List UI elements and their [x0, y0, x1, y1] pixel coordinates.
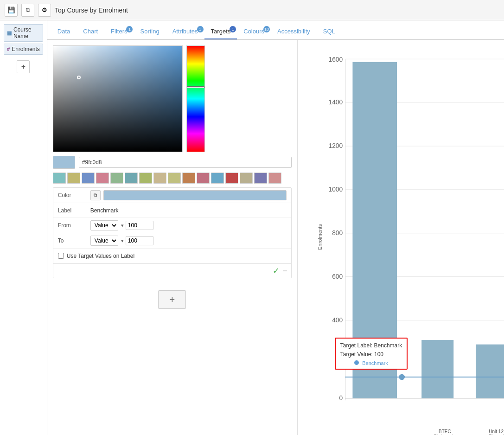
settings-icon: ⚙	[42, 6, 47, 13]
enrolments-label: Enrolments	[12, 46, 40, 52]
top-toolbar: 💾 ⧉ ⚙	[0, 0, 504, 20]
color-cursor	[77, 76, 81, 79]
tab-attributes[interactable]: Attributes 1	[166, 24, 204, 39]
color-picker-area	[53, 45, 292, 152]
targets-badge: 1	[230, 26, 236, 32]
left-sidebar: ▦ Course Name # Enrolments +	[0, 20, 47, 435]
svg-text:800: 800	[332, 229, 343, 237]
form-row-label: Label Benchmark	[53, 203, 291, 218]
tab-sql[interactable]: SQL	[317, 24, 342, 39]
x-label-1	[351, 429, 393, 435]
preset-colors	[53, 173, 292, 184]
svg-text:1400: 1400	[328, 98, 343, 106]
tab-targets[interactable]: Targets 1	[204, 24, 237, 39]
target-form: Color ⧉ Label Benchmark From Value	[53, 187, 292, 278]
color-form-label: Color	[58, 192, 90, 198]
tab-bar: Data Chart Filters 1 Sorting Attributes …	[47, 20, 504, 40]
preset-swatch-3[interactable]	[82, 173, 95, 184]
to-dropdown[interactable]: Value	[90, 236, 118, 246]
preset-swatch-12[interactable]	[211, 173, 224, 184]
preset-swatch-9[interactable]	[168, 173, 181, 184]
color-picker-panel: Color ⧉ Label Benchmark From Value	[47, 40, 298, 435]
preset-swatch-13[interactable]	[225, 173, 238, 184]
chart-tooltip: Target Label: Benchmark Target Value: 10…	[335, 338, 408, 369]
target-values-label[interactable]: Use Target Values on Label	[58, 253, 134, 259]
from-form-label: From	[58, 222, 90, 229]
color-bar-preview	[103, 190, 287, 200]
preset-swatch-15[interactable]	[254, 173, 267, 184]
x-axis-labels: BTEC Diploma in Business Administration …	[325, 429, 504, 435]
svg-text:1200: 1200	[328, 142, 343, 149]
confirm-button[interactable]: ✓	[273, 266, 280, 276]
preset-swatch-2[interactable]	[67, 173, 80, 184]
hue-indicator	[187, 86, 204, 88]
use-target-values-checkbox[interactable]	[58, 253, 64, 259]
preset-swatch-7[interactable]	[139, 173, 152, 184]
color-preview-row	[53, 156, 292, 169]
tab-colours[interactable]: Colours 10	[237, 24, 271, 39]
label-form-value: Benchmark	[90, 207, 287, 214]
main-layout: ▦ Course Name # Enrolments + Data Chart …	[0, 20, 504, 435]
svg-text:400: 400	[332, 316, 343, 324]
form-row-checkbox: Use Target Values on Label	[53, 249, 291, 263]
preset-swatch-10[interactable]	[182, 173, 195, 184]
report-title-input[interactable]	[55, 6, 499, 14]
form-row-color: Color ⧉	[53, 188, 291, 203]
preset-swatch-1[interactable]	[53, 173, 66, 184]
tab-chart[interactable]: Chart	[77, 24, 104, 39]
benchmark-dot	[399, 374, 405, 380]
label-form-label: Label	[58, 207, 90, 214]
preset-swatch-14[interactable]	[240, 173, 253, 184]
tab-accessibility[interactable]: Accessibility	[271, 24, 317, 39]
y-axis-label: Enrolments	[317, 224, 323, 250]
copy-button[interactable]: ⧉	[21, 4, 34, 17]
svg-text:1600: 1600	[328, 56, 343, 63]
settings-button[interactable]: ⚙	[38, 4, 51, 17]
course-name-label: Course Name	[13, 26, 40, 39]
from-value-input[interactable]	[126, 221, 153, 230]
right-panel: Data Chart Filters 1 Sorting Attributes …	[47, 20, 504, 435]
bar-3[interactable]	[476, 345, 504, 398]
preset-swatch-11[interactable]	[197, 173, 210, 184]
delete-button[interactable]: −	[282, 266, 287, 276]
color-gradient[interactable]	[53, 45, 183, 152]
tooltip-benchmark-label: Benchmark	[340, 360, 402, 366]
x-label-2: BTEC Diploma in Business Administration …	[430, 429, 460, 435]
filters-badge: 1	[126, 26, 133, 32]
hex-input[interactable]	[79, 157, 292, 168]
preset-swatch-16[interactable]	[268, 173, 281, 184]
benchmark-indicator-dot	[354, 360, 359, 365]
copy-icon: ⧉	[26, 6, 30, 14]
add-field-button[interactable]: +	[17, 60, 30, 73]
form-row-to: To Value ▾	[53, 233, 291, 249]
x-label-3: Unit 12 – Financial Statements for Speci…	[483, 429, 504, 435]
color-swatch-preview	[53, 156, 75, 169]
tab-filters[interactable]: Filters 1	[104, 24, 134, 39]
to-value-input[interactable]	[126, 236, 153, 245]
add-target-button[interactable]: +	[158, 290, 186, 309]
colours-badge: 10	[263, 26, 270, 32]
form-row-from: From Value ▾	[53, 218, 291, 233]
svg-text:600: 600	[332, 273, 343, 280]
tab-data[interactable]: Data	[51, 24, 77, 39]
preset-swatch-5[interactable]	[110, 173, 123, 184]
sidebar-item-enrolments[interactable]: # Enrolments	[4, 44, 43, 55]
tooltip-label-line: Target Label: Benchmark	[340, 341, 402, 350]
measure-icon: #	[7, 46, 10, 52]
svg-text:0: 0	[339, 394, 343, 402]
to-form-label: To	[58, 237, 90, 244]
sidebar-item-course-name[interactable]: ▦ Course Name	[4, 24, 43, 42]
save-icon: 💾	[7, 6, 15, 13]
preset-swatch-4[interactable]	[96, 173, 109, 184]
color-copy-button[interactable]: ⧉	[90, 190, 101, 200]
preset-swatch-8[interactable]	[153, 173, 166, 184]
dimension-icon: ▦	[7, 30, 12, 36]
color-hue-strip[interactable]	[186, 45, 205, 152]
from-dropdown[interactable]: Value	[90, 220, 118, 230]
chart-container: Enrolments 1600 1400 1200 1000 8	[325, 49, 504, 425]
preset-swatch-6[interactable]	[125, 173, 138, 184]
tooltip-value-line: Target Value: 100	[340, 350, 402, 359]
bar-2[interactable]	[421, 340, 453, 398]
save-button[interactable]: 💾	[5, 4, 18, 17]
tab-sorting[interactable]: Sorting	[134, 24, 166, 39]
